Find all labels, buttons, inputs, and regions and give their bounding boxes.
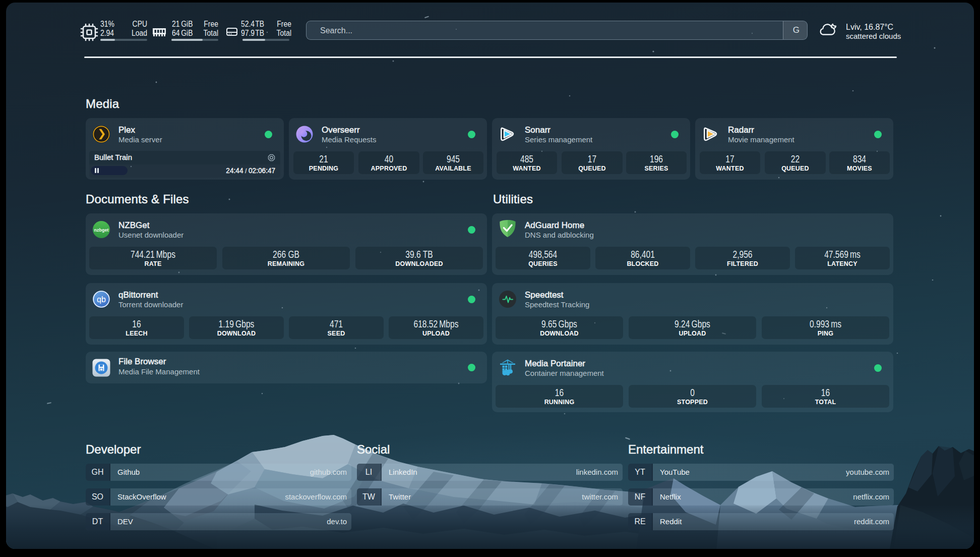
svg-text:qb: qb xyxy=(97,295,106,304)
svg-text:nzbget: nzbget xyxy=(94,228,109,233)
